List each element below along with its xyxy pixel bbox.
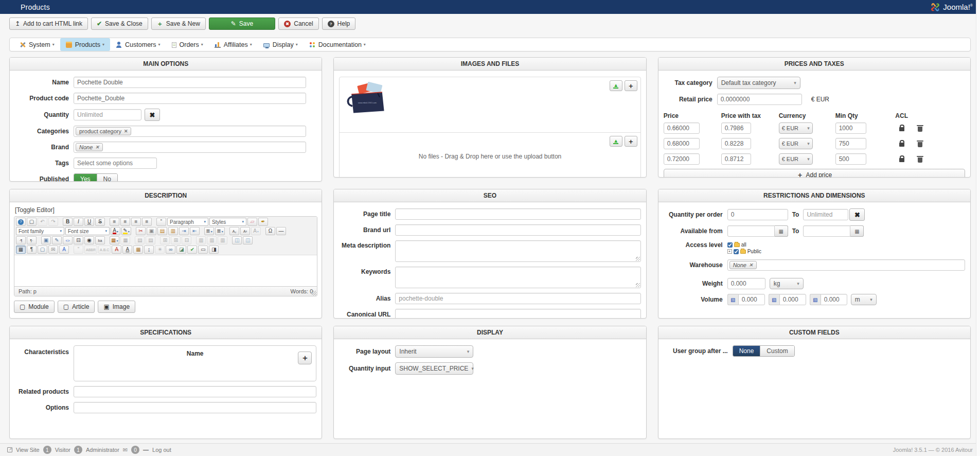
insert-date-icon[interactable]: ▦ (133, 245, 143, 254)
insert-image-button[interactable]: ▣Image (98, 301, 135, 313)
remove-brand-icon[interactable]: ✕ (95, 145, 99, 150)
emotions-icon[interactable]: ✉ (48, 245, 58, 254)
delete-price-icon[interactable] (918, 127, 922, 132)
style-props-icon[interactable]: A (59, 245, 69, 254)
align-justify-icon[interactable]: ≡ (142, 218, 152, 226)
add-image-button[interactable]: ＋ (625, 80, 637, 91)
add-price-button[interactable]: ＋ Add price (664, 169, 965, 178)
categories-field[interactable]: product category ✕ (74, 126, 306, 137)
menu-item[interactable]: Documentation ▾ (304, 38, 371, 51)
new-document-icon[interactable]: ▢ (27, 218, 37, 226)
underline-icon[interactable]: U (84, 218, 94, 226)
find-icon[interactable]: ◉ (84, 236, 94, 244)
published-yes-button[interactable]: Yes (74, 174, 97, 182)
acl-lock-icon[interactable] (899, 127, 904, 131)
add-file-button[interactable]: ＋ (625, 136, 637, 147)
access-public-checkbox[interactable] (734, 249, 739, 254)
menu-item[interactable]: Products ▾ (60, 38, 110, 51)
toggle-editor-link[interactable]: [Toggle Editor] (15, 206, 55, 214)
row-properties-icon[interactable]: ▤ (135, 236, 145, 244)
translate-icon[interactable]: ba (95, 236, 105, 244)
blockquote-icon[interactable]: “ (156, 218, 166, 226)
user-group-none-button[interactable]: None (733, 346, 760, 356)
insert-col-after-icon[interactable]: ▥ (207, 236, 217, 244)
min-qty-input[interactable] (835, 138, 866, 149)
logout-link[interactable]: Log out (152, 447, 171, 453)
remove-category-icon[interactable]: ✕ (124, 129, 128, 134)
page-layout-select[interactable]: Inherit▾ (395, 345, 473, 358)
delete-table-icon[interactable]: ▦ (120, 236, 130, 244)
redo-icon[interactable]: ↷ (48, 218, 58, 226)
min-qty-input[interactable] (835, 153, 866, 165)
acronym-icon[interactable]: A.B.C (98, 245, 111, 254)
align-center-icon[interactable]: ≡ (120, 218, 130, 226)
anchor-icon[interactable]: ↨ (144, 245, 154, 254)
volume-input[interactable] (738, 294, 765, 305)
font-size-select[interactable]: Font size▾ (65, 227, 110, 235)
save-button[interactable]: ✎ Save (209, 17, 275, 30)
format-select[interactable]: Paragraph▾ (167, 218, 208, 226)
merge-cells-icon[interactable]: ◫ (243, 236, 253, 244)
quantity-input-select[interactable]: SHOW_SELECT_PRICE▾ (395, 362, 473, 375)
quantity-min-input[interactable] (727, 209, 788, 220)
align-left-icon[interactable]: ≡ (110, 218, 119, 226)
price-with-tax-input[interactable] (721, 138, 751, 149)
save-close-button[interactable]: ✔ Save & Close (91, 17, 148, 30)
remove-format-icon[interactable]: ▱ (247, 218, 257, 226)
product-image-thumbnail[interactable]: www.mbeLOGO.com (345, 81, 390, 120)
cut-icon[interactable]: ✂ (136, 227, 146, 235)
brand-chip[interactable]: None ✕ (76, 143, 103, 151)
bold-icon[interactable]: B (63, 218, 73, 226)
category-chip[interactable]: product category ✕ (76, 127, 131, 135)
insert-article-button[interactable]: ▢Article (58, 301, 95, 313)
save-new-button[interactable]: ＋ Save & New (151, 17, 206, 30)
superscript-icon[interactable]: A² (240, 227, 250, 235)
align-right-icon[interactable]: ≡ (131, 218, 141, 226)
access-all-checkbox[interactable] (727, 242, 733, 248)
insert-link-icon[interactable]: ∞ (166, 245, 175, 254)
quantity-max-input[interactable] (803, 209, 848, 220)
tree-expand-icon[interactable]: + (727, 249, 732, 254)
citation-icon[interactable]: ” (74, 245, 83, 254)
min-qty-input[interactable] (835, 122, 866, 134)
outdent-icon[interactable]: ⇤ (190, 227, 200, 235)
strikethrough-icon[interactable]: S (95, 218, 105, 226)
product-code-input[interactable] (74, 93, 306, 104)
calendar-icon[interactable]: ▦ (850, 225, 864, 237)
upload-image-button[interactable]: ▲ (610, 80, 622, 91)
user-group-custom-button[interactable]: Custom (760, 346, 794, 356)
insertion-icon[interactable]: A (122, 245, 132, 254)
special-character-icon[interactable]: Ω (265, 227, 275, 235)
paste-icon[interactable]: ▤ (157, 227, 167, 235)
cell-properties-icon[interactable]: ▤ (146, 236, 155, 244)
published-no-button[interactable]: No (97, 174, 117, 182)
delete-price-icon[interactable] (918, 157, 922, 163)
page-title-input[interactable] (395, 208, 640, 220)
add-characteristic-button[interactable]: ＋ (298, 352, 312, 364)
copy-icon[interactable]: ▣ (147, 227, 156, 235)
indent-icon[interactable]: ⇥ (179, 227, 189, 235)
name-input[interactable] (74, 77, 306, 88)
paste-as-text-icon[interactable]: ▥ (168, 227, 178, 235)
fullscreen-icon[interactable]: ▣ (41, 236, 51, 244)
menu-item[interactable]: Orders ▾ (166, 38, 209, 51)
volume-input[interactable] (779, 294, 806, 305)
show-blocks-icon[interactable]: ·¶ (16, 236, 26, 244)
retail-price-input[interactable] (717, 94, 802, 105)
clear-quantity-button[interactable]: ✖ (145, 109, 160, 121)
volume-input[interactable] (821, 294, 847, 305)
currency-select[interactable]: € EUR▾ (779, 122, 813, 134)
alias-input[interactable] (395, 293, 640, 304)
delete-price-icon[interactable] (918, 142, 922, 147)
delete-col-icon[interactable]: ▥ (218, 236, 227, 244)
insert-module-button[interactable]: ▢Module (14, 301, 55, 313)
menu-item[interactable]: Customers ▾ (110, 38, 166, 51)
layer-properties-icon[interactable]: ◨ (209, 245, 219, 254)
volume-unit-select[interactable]: m▾ (851, 294, 877, 305)
currency-select[interactable]: € EUR▾ (779, 153, 813, 165)
acl-lock-icon[interactable] (899, 143, 904, 147)
file-dropzone[interactable]: ▲ ＋ No files - Drag & Drop here or use t… (340, 133, 640, 178)
subscript-icon[interactable]: A₂ (229, 227, 239, 235)
print-icon[interactable]: ⊟ (74, 236, 83, 244)
warehouse-chip[interactable]: None ✕ (729, 261, 757, 269)
